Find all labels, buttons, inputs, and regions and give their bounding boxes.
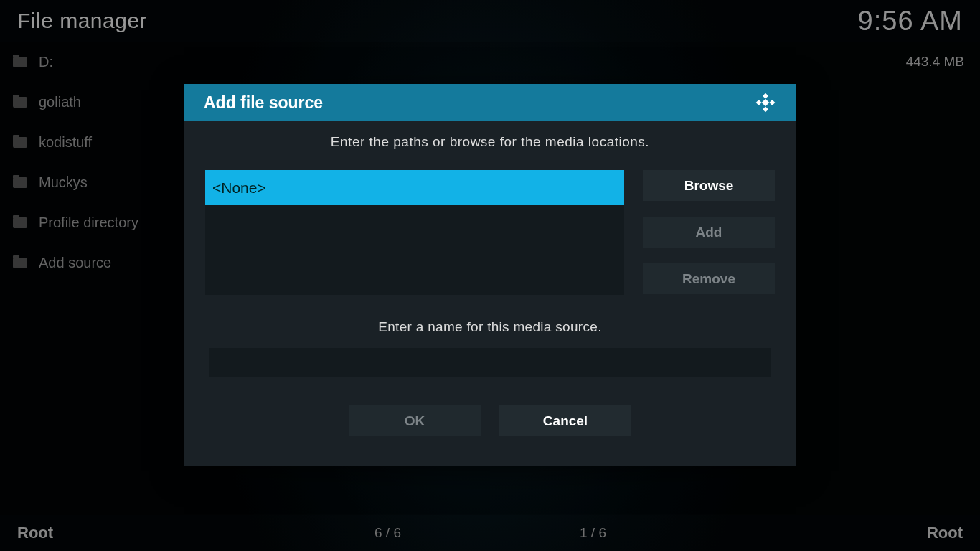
browse-button[interactable]: Browse <box>643 170 775 201</box>
dialog-action-buttons: OK Cancel <box>205 405 775 436</box>
remove-button[interactable]: Remove <box>643 263 775 294</box>
path-list: <None> <box>205 170 624 295</box>
add-file-source-dialog: Add file source Enter the paths or brows… <box>184 84 796 466</box>
add-button[interactable]: Add <box>643 217 775 248</box>
path-input[interactable]: <None> <box>205 170 624 205</box>
kodi-logo-icon <box>755 92 776 113</box>
path-side-buttons: Browse Add Remove <box>643 170 775 295</box>
ok-button[interactable]: OK <box>349 405 481 436</box>
svg-rect-1 <box>756 100 762 105</box>
dialog-header: Add file source <box>184 84 796 121</box>
dialog-title: Add file source <box>204 93 323 113</box>
dialog-body: Enter the paths or browse for the media … <box>184 121 796 436</box>
svg-rect-0 <box>763 93 768 99</box>
paths-instruction: Enter the paths or browse for the media … <box>205 134 775 150</box>
svg-rect-3 <box>763 106 768 112</box>
svg-rect-4 <box>762 99 770 107</box>
svg-rect-2 <box>769 100 775 105</box>
paths-section: <None> Browse Add Remove <box>205 170 775 295</box>
name-instruction: Enter a name for this media source. <box>205 319 775 335</box>
source-name-input[interactable] <box>209 348 771 377</box>
cancel-button[interactable]: Cancel <box>499 405 631 436</box>
